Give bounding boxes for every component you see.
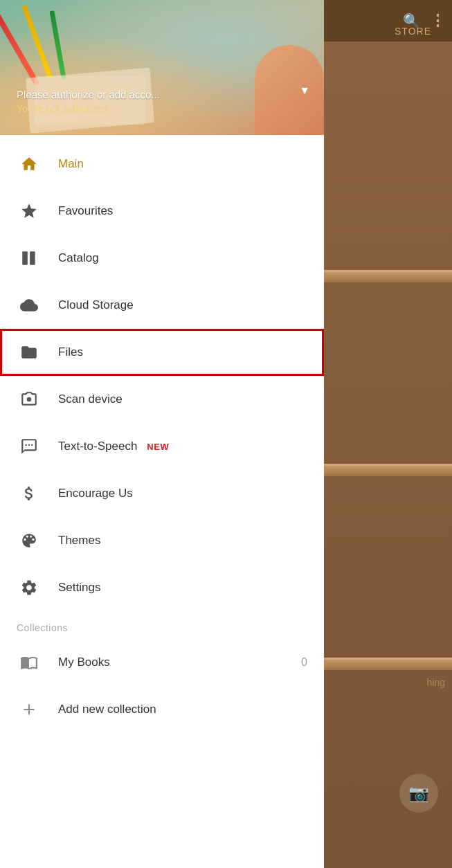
folder-icon	[17, 340, 42, 365]
svg-point-2	[27, 397, 32, 402]
files-label: Files	[58, 345, 83, 359]
new-badge: NEW	[147, 442, 169, 452]
scan-device-label: Scan device	[58, 392, 123, 406]
star-icon	[17, 199, 42, 224]
partial-text: hing	[427, 677, 445, 688]
gear-icon	[17, 575, 42, 600]
my-books-label: My Books	[58, 655, 110, 669]
text-to-speech-label: Text-to-Speech	[58, 440, 137, 453]
more-options-icon[interactable]: ⋮	[430, 12, 445, 30]
speech-icon	[17, 434, 42, 459]
sidebar-item-scan-device[interactable]: Scan device	[0, 376, 324, 423]
svg-rect-0	[22, 251, 28, 265]
svg-rect-1	[30, 251, 35, 265]
book-icon	[17, 650, 42, 675]
sidebar-item-themes[interactable]: Themes	[0, 517, 324, 564]
themes-label: Themes	[58, 534, 100, 548]
menu-list: Main Favourites Catalog Cloud Storage	[0, 135, 324, 868]
palette-icon	[17, 528, 42, 553]
sidebar-item-text-to-speech[interactable]: Text-to-Speech NEW	[0, 423, 324, 470]
hand-illustration	[255, 45, 324, 135]
sidebar-item-add-collection[interactable]: Add new collection	[0, 686, 324, 733]
sidebar-item-main[interactable]: Main	[0, 141, 324, 188]
camera-button[interactable]: 📷	[399, 774, 438, 813]
dropdown-arrow[interactable]: ▼	[299, 84, 310, 97]
header-text-area: Please authorize or add acco... You're n…	[17, 89, 160, 114]
scan-icon	[17, 387, 42, 412]
home-icon	[17, 152, 42, 177]
shelf-3	[320, 658, 452, 670]
store-label[interactable]: STORE	[395, 26, 431, 37]
sidebar-item-favourites[interactable]: Favourites	[0, 188, 324, 235]
collections-header: Collections	[0, 611, 324, 639]
sidebar-item-catalog[interactable]: Catalog	[0, 235, 324, 282]
favourites-label: Favourites	[58, 204, 113, 218]
add-collection-label: Add new collection	[58, 703, 156, 716]
drawer-header[interactable]: Please authorize or add acco... You're n…	[0, 0, 324, 135]
bookshelf-background	[320, 0, 452, 868]
header-bar: 🔍 ⋮	[320, 0, 452, 42]
catalog-icon	[17, 246, 42, 271]
sidebar-item-my-books[interactable]: My Books 0	[0, 639, 324, 686]
sidebar-item-cloud-storage[interactable]: Cloud Storage	[0, 282, 324, 329]
cloud-icon	[17, 293, 42, 318]
catalog-label: Catalog	[58, 251, 99, 265]
header-title: Please authorize or add acco...	[17, 89, 160, 100]
shelf-2	[320, 464, 452, 476]
shelf-1	[320, 270, 452, 282]
main-label: Main	[58, 157, 84, 171]
encourage-us-label: Encourage Us	[58, 487, 133, 500]
navigation-drawer: Please authorize or add acco... You're n…	[0, 0, 324, 868]
sidebar-item-settings[interactable]: Settings	[0, 564, 324, 611]
plus-icon	[17, 697, 42, 722]
sidebar-item-files[interactable]: Files	[0, 329, 324, 376]
dollar-icon	[17, 481, 42, 506]
sidebar-item-encourage-us[interactable]: Encourage Us	[0, 470, 324, 517]
settings-label: Settings	[58, 581, 100, 595]
cloud-storage-label: Cloud Storage	[58, 298, 134, 312]
header-subtitle: You're not authorized!	[17, 103, 160, 114]
my-books-count: 0	[301, 656, 307, 669]
